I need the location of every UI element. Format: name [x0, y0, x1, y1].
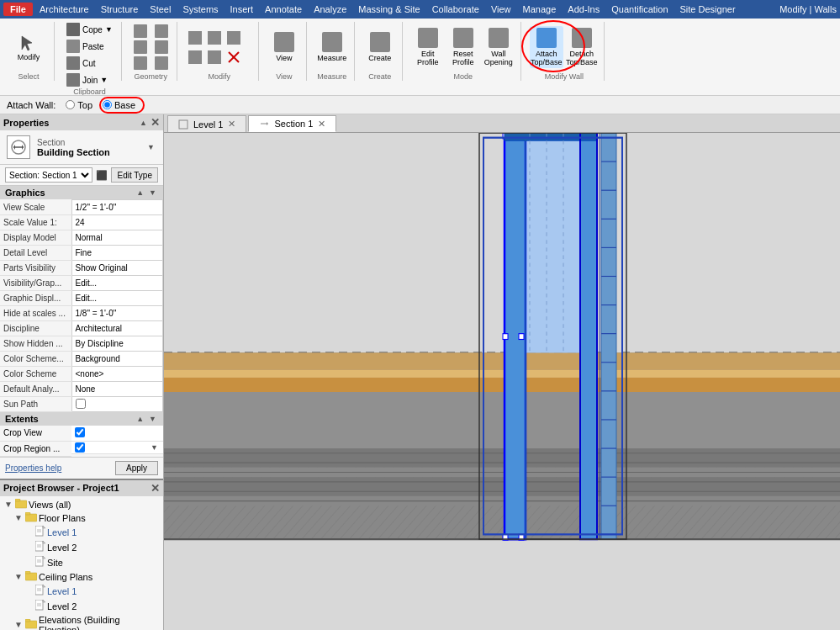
menu-architecture[interactable]: Architecture [34, 3, 94, 16]
props-scroll-up[interactable]: ▲ [138, 119, 149, 127]
svg-rect-72 [601, 133, 616, 539]
menu-analyze[interactable]: Analyze [309, 3, 351, 16]
tree-node-5[interactable]: ▼Ceiling Plans [0, 570, 163, 584]
prop-value-1[interactable]: 24 [71, 215, 163, 230]
svg-marker-30 [43, 600, 45, 602]
create-btn[interactable]: Create [363, 26, 397, 68]
modify-tool-btn1[interactable] [186, 29, 204, 47]
crop-region-checkbox[interactable] [75, 442, 85, 453]
view-btn[interactable]: View [267, 26, 301, 68]
cut-button[interactable]: Cut [63, 56, 116, 71]
menu-view[interactable]: View [486, 3, 516, 16]
tree-node-8[interactable]: ▼Elevations (Building Elevation) [0, 614, 163, 631]
top-radio-label[interactable]: Top [66, 100, 92, 110]
prop-value-8[interactable]: Architectural [71, 321, 163, 336]
prop-value-6[interactable]: Edit... [71, 291, 163, 306]
base-radio-label[interactable]: Base [103, 100, 135, 110]
menu-quantification[interactable]: Quantification [606, 3, 673, 16]
measure-btn[interactable]: Measure [315, 26, 349, 68]
menu-structure[interactable]: Structure [96, 3, 144, 16]
crop-view-checkbox[interactable] [75, 427, 85, 437]
prop-value-13[interactable] [71, 397, 163, 412]
menu-site-designer[interactable]: Site Designer [675, 3, 741, 16]
edit-type-button[interactable]: Edit Type [111, 167, 158, 183]
tab-level1[interactable]: Level 1 ✕ [167, 115, 246, 132]
project-browser-tree[interactable]: ▼Views (all)▼Floor PlansLevel 1Level 2Si… [0, 496, 163, 631]
modify-tool-btn6[interactable] [225, 48, 243, 66]
tab-level1-close[interactable]: ✕ [228, 119, 235, 130]
menu-addins[interactable]: Add-Ins [563, 3, 605, 16]
view-icon [274, 32, 294, 52]
geometry-btn6[interactable] [151, 56, 172, 71]
prop-value-0[interactable]: 1/2" = 1'-0" [71, 200, 163, 215]
modify-tool-btn2[interactable] [205, 29, 224, 47]
props-close-button[interactable]: ✕ [151, 116, 160, 129]
geometry-btn3[interactable] [130, 56, 151, 71]
menu-annotate[interactable]: Annotate [260, 3, 307, 16]
project-browser-close[interactable]: ✕ [151, 482, 160, 495]
svg-marker-16 [43, 541, 45, 543]
prop-value-2[interactable]: Normal [71, 230, 163, 246]
menu-collaborate[interactable]: Collaborate [427, 3, 484, 16]
modify-tool-btn5[interactable] [205, 48, 224, 66]
prop-value-12[interactable]: None [71, 382, 163, 397]
modify-tool-btn3[interactable] [225, 29, 243, 47]
join-button[interactable]: Join ▼ [63, 72, 116, 87]
geometry-btn5[interactable] [151, 40, 172, 55]
tree-expand-0[interactable]: ▼ [3, 500, 13, 509]
menu-manage[interactable]: Manage [518, 3, 562, 16]
tree-node-6[interactable]: Level 1 [0, 584, 163, 599]
paste-button[interactable]: Paste [63, 39, 116, 54]
reset-profile-button[interactable]: ResetProfile [446, 26, 480, 68]
graphics-scroll-down[interactable]: ▼ [147, 188, 158, 197]
prop-value-7[interactable]: 1/8" = 1'-0" [71, 306, 163, 321]
extents-scroll-down[interactable]: ▼ [147, 415, 158, 423]
type-scroll-down[interactable]: ▼ [145, 143, 156, 151]
tree-node-3[interactable]: Level 2 [0, 540, 163, 555]
wall-opening-button[interactable]: WallOpening [482, 26, 515, 68]
attach-top-base-button[interactable]: AttachTop/Base [530, 26, 563, 68]
apply-button[interactable]: Apply [115, 461, 158, 475]
sun-path-checkbox[interactable] [76, 399, 86, 409]
prop-value-9[interactable]: By Discipline [71, 336, 163, 352]
menu-systems[interactable]: Systems [177, 3, 223, 16]
tab-section1-close[interactable]: ✕ [318, 119, 325, 130]
extents-scroll-up[interactable]: ▲ [135, 415, 145, 423]
menu-steel[interactable]: Steel [145, 3, 176, 16]
geometry-btn1[interactable] [130, 24, 151, 39]
tree-expand-8[interactable]: ▼ [13, 620, 24, 629]
tree-node-1[interactable]: ▼Floor Plans [0, 511, 163, 525]
prop-value-3[interactable]: Fine [71, 246, 163, 261]
crop-region-value[interactable]: ▼ [71, 442, 163, 454]
detach-top-base-button[interactable]: DetachTop/Base [565, 26, 599, 68]
crop-region-scroll[interactable]: ▼ [149, 443, 160, 452]
tree-node-7[interactable]: Level 2 [0, 599, 163, 614]
tree-node-0[interactable]: ▼Views (all) [0, 498, 163, 511]
cope-button[interactable]: Cope ▼ [63, 22, 116, 37]
tree-expand-1[interactable]: ▼ [13, 513, 24, 522]
modify-button[interactable]: Modify [8, 24, 49, 70]
tree-node-4[interactable]: Site [0, 555, 163, 570]
properties-help-link[interactable]: Properties help [5, 463, 61, 473]
tree-expand-5[interactable]: ▼ [13, 572, 24, 581]
prop-value-11[interactable]: <none> [71, 367, 163, 382]
prop-value-10[interactable]: Background [71, 352, 163, 367]
geometry-btn2[interactable] [130, 40, 151, 55]
crop-view-value[interactable] [71, 426, 163, 441]
drawing-area[interactable] [164, 133, 840, 630]
tab-section1[interactable]: Section 1 ✕ [248, 115, 336, 132]
top-radio[interactable] [66, 100, 75, 109]
cope-icon [66, 23, 80, 36]
menu-massing[interactable]: Massing & Site [353, 3, 425, 16]
geometry-btn4[interactable] [151, 24, 172, 39]
modify-tool-btn4[interactable] [186, 48, 204, 66]
menu-insert[interactable]: Insert [225, 3, 259, 16]
file-menu[interactable]: File [3, 3, 33, 16]
prop-value-4[interactable]: Show Original [71, 261, 163, 276]
base-radio[interactable] [103, 100, 112, 109]
edit-profile-button[interactable]: EditProfile [411, 26, 445, 68]
graphics-scroll-up[interactable]: ▲ [135, 188, 145, 197]
tree-node-2[interactable]: Level 1 [0, 525, 163, 540]
section-dropdown[interactable]: Section: Section 1 [5, 167, 92, 183]
prop-value-5[interactable]: Edit... [71, 276, 163, 291]
